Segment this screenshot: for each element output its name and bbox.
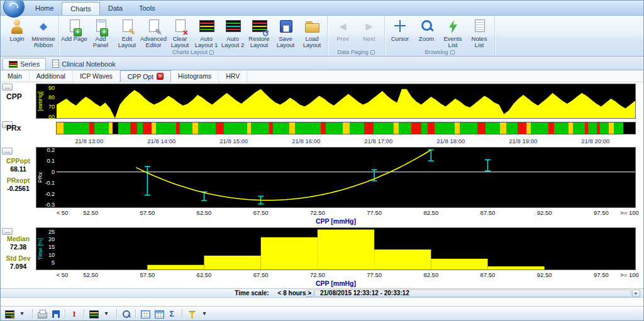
ribbon-button-minimise-ribbon[interactable]: Minimise Ribbon — [30, 17, 57, 49]
page-tab-additional[interactable]: Additional — [30, 70, 73, 82]
auto1-icon — [197, 18, 215, 35]
time-scale-selector[interactable]: < 8 hours > — [278, 290, 311, 297]
histogram-panel-menu-button[interactable]: … — [2, 228, 13, 235]
cppopt-chart[interactable]: PRx 0.20.10-0.1-0.2-0.3 — [36, 147, 636, 208]
bottom-toolbar — [1, 306, 643, 321]
prx-segment — [180, 122, 192, 134]
restore-icon — [250, 18, 268, 35]
prx-segment — [251, 122, 269, 134]
time-tick-label: 21/8 13:00 — [75, 138, 103, 144]
ribbon-button-load-layout[interactable]: Load Layout — [299, 17, 325, 49]
stddev-stat-label: Std Dev — [1, 254, 36, 262]
toolbar-button-print[interactable] — [35, 308, 48, 320]
cppopt-x-tick: 67.50 — [253, 209, 269, 216]
histogram-bar — [261, 237, 318, 269]
ribbon-button-notes-list[interactable]: Notes List — [466, 17, 492, 49]
cursor-icon — [391, 18, 409, 35]
dialog-launcher-icon[interactable] — [370, 50, 375, 55]
ribbon-tab-home[interactable]: Home — [27, 2, 62, 15]
prx-segment — [118, 122, 130, 134]
histogram-y-tick: 5 — [41, 259, 55, 266]
time-scale-bar: ◄ ► Time scale: < 8 hours > 21/08/2015 1… — [1, 288, 643, 298]
ribbon-tab-charts[interactable]: Charts — [62, 2, 99, 15]
ribbon-button-clear-layout[interactable]: Clear Layout — [167, 17, 193, 49]
cppopt-x-tick: 92.50 — [537, 209, 552, 216]
prx-segment — [152, 122, 156, 134]
ribbon-button-login[interactable]: Login — [4, 17, 30, 49]
cppopt-panel-menu-button[interactable]: … — [2, 148, 13, 155]
cpp-panel-label: CPP — [6, 92, 22, 101]
cpp-y-tick: 70 — [41, 104, 55, 110]
ribbon-tab-data[interactable]: Data — [100, 2, 131, 15]
prx-segment — [455, 122, 460, 134]
page-tab-icp-waves[interactable]: ICP Waves — [73, 70, 120, 82]
ribbon-button-restore-layout[interactable]: Restore Layout — [246, 17, 272, 49]
dialog-launcher-icon[interactable] — [450, 50, 455, 55]
ribbon-button-advanced-editor[interactable]: Advanced Editor — [140, 17, 167, 49]
close-tab-icon[interactable]: × — [157, 73, 164, 80]
toolbar-button-grid[interactable] — [138, 308, 152, 320]
filter-icon — [187, 309, 197, 319]
toolbar-button-chartpen[interactable] — [3, 308, 16, 320]
sigma-icon — [168, 309, 178, 319]
time-tick-label: 21/8 14:00 — [147, 138, 175, 144]
app-menu-button[interactable] — [3, 0, 25, 18]
ribbon-button-edit-layout[interactable]: Edit Layout — [114, 17, 140, 49]
histogram-panel: … Median 72.38 Std Dev 7.094 Time [%] 25… — [1, 227, 643, 288]
toolbar-button-drop[interactable] — [199, 308, 212, 320]
page-tab-label: HRV — [226, 72, 240, 80]
ribbon-button-events-list[interactable]: Events List — [440, 17, 466, 49]
edit-icon — [118, 18, 136, 35]
ribbon-tab-tools[interactable]: Tools — [131, 2, 164, 15]
chart-icon — [89, 309, 99, 319]
prx-color-band[interactable] — [56, 122, 636, 134]
add-panel-icon — [92, 18, 109, 35]
doc-tab-series[interactable]: Series — [3, 58, 46, 70]
cpp-y-tick: 80 — [41, 94, 55, 101]
dialog-launcher-icon[interactable] — [209, 50, 214, 55]
toolbar-button-chart[interactable] — [87, 308, 100, 320]
toolbar-button-filter[interactable] — [185, 308, 198, 320]
ribbon-button-cursor[interactable]: Cursor — [387, 17, 413, 49]
toolbar-button-ibeam[interactable] — [68, 308, 81, 320]
ribbon-button-auto-layout-1[interactable]: Auto Layout 1 — [193, 17, 219, 49]
toolbar-button-drop[interactable] — [101, 308, 114, 320]
cpp-y-tick: 60 — [41, 114, 55, 120]
cppopt-fit-curve — [136, 150, 431, 200]
toolbar-button-zoom[interactable] — [119, 308, 133, 320]
page-tab-cpp-opt[interactable]: CPP Opt× — [120, 70, 171, 82]
ribbon-button-zoom[interactable]: Zoom — [413, 17, 440, 49]
ribbon-button-save-layout[interactable]: Save Layout — [272, 17, 299, 49]
histogram-bar — [431, 259, 487, 269]
ribbon-button-next: Next — [356, 17, 382, 42]
cpp-panel-menu-button[interactable]: … — [2, 84, 13, 90]
median-stat-label: Median — [1, 235, 36, 242]
ribbon-tab-bar: HomeChartsDataTools — [27, 2, 164, 15]
auto2-icon — [224, 18, 242, 35]
page-tab-histograms[interactable]: Histograms — [171, 70, 219, 82]
ribbon-button-auto-layout-2[interactable]: Auto Layout 2 — [219, 17, 246, 49]
cppopt-x-tick: 62.50 — [197, 209, 212, 216]
toolbar-button-drop[interactable] — [16, 308, 30, 320]
ribbon-button-label: Prev — [336, 36, 349, 42]
cpp-series-svg — [57, 84, 635, 118]
page-tab-main[interactable]: Main — [1, 70, 30, 82]
toolbar-button-grid2[interactable] — [152, 308, 165, 320]
median-stat-value: 72.38 — [1, 243, 36, 251]
series-icon — [9, 61, 18, 68]
prx-segment — [130, 122, 137, 134]
toolbar-button-sigma[interactable] — [166, 308, 179, 320]
histogram-chart[interactable]: Time [%] 252015105 — [36, 227, 636, 270]
ribbon-button-label: Edit Layout — [114, 36, 140, 49]
cppopt-x-tick: 82.50 — [423, 209, 438, 216]
page-tab-hrv[interactable]: HRV — [219, 70, 247, 82]
ribbon-button-add-page[interactable]: Add Page — [61, 17, 87, 49]
ribbon-button-add-panel[interactable]: Add Panel — [87, 17, 114, 49]
doc-tab-clinical-notebook[interactable]: Clinical Notebook — [46, 57, 122, 70]
toolbar-button-save[interactable] — [49, 308, 62, 320]
ribbon-button-label: Auto Layout 1 — [193, 36, 219, 49]
histogram-x-tick: 87.50 — [480, 271, 496, 278]
next-icon — [360, 18, 378, 35]
cpp-chart[interactable]: [mmHg] 90807060 — [36, 84, 636, 119]
prx-segment — [321, 122, 325, 134]
